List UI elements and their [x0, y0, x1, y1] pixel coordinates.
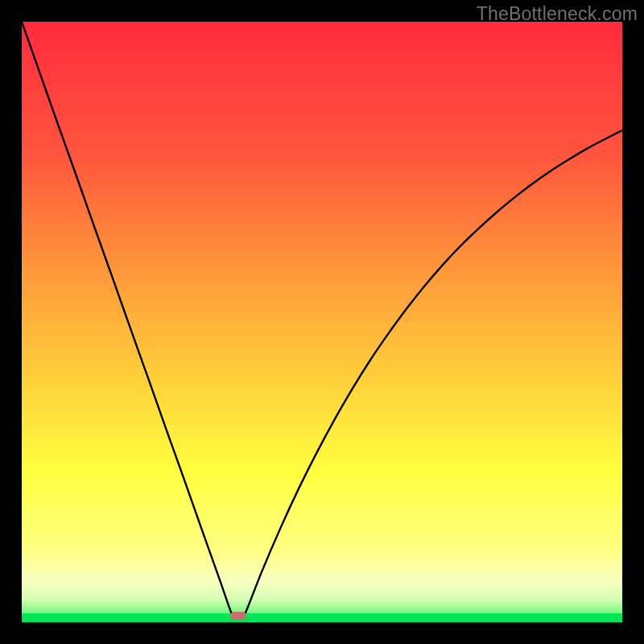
svg-rect-0 [22, 22, 622, 622]
minimum-marker [230, 612, 246, 620]
plot-area [22, 22, 622, 622]
gradient-background [22, 22, 622, 622]
baseline-bar [22, 613, 622, 622]
watermark-text: TheBottleneck.com [477, 3, 638, 25]
chart-frame: TheBottleneck.com [0, 0, 644, 644]
